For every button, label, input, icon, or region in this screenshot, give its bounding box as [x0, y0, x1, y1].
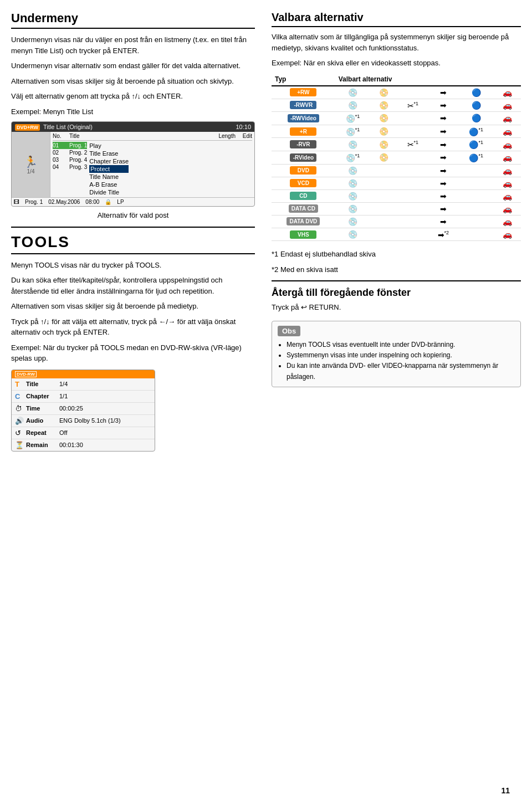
tl-row-4: 04Prog. 3 — [53, 163, 87, 171]
badge-rwvr: -RWVR — [290, 101, 316, 109]
repeat-icon: ↺ — [15, 429, 26, 437]
disc-play12-icon: 💿 — [348, 230, 357, 239]
disc-play9-icon: 💿 — [348, 192, 357, 201]
car12-icon: 🚗 — [503, 230, 512, 239]
menu-item-play[interactable]: Play — [89, 142, 129, 150]
return-section: Återgå till föregående fönster Tryck på … — [272, 287, 521, 313]
menu-item-ab-erase[interactable]: A-B Erase — [89, 181, 129, 188]
title-label: Title — [26, 381, 59, 387]
title-value: 1/4 — [59, 381, 68, 387]
arrow-right11-icon: ➡ — [440, 217, 447, 226]
tools-row-remain: ⏳ Remain 00:01:30 — [12, 439, 155, 451]
title-icon: T — [15, 380, 26, 388]
col-length: Length — [211, 133, 236, 139]
car10-icon: 🚗 — [503, 204, 512, 213]
menu-item-chapter-erase[interactable]: Chapter Erase — [89, 157, 129, 165]
menu-popup: Play Title Erase Chapter Erase Protect T… — [89, 142, 129, 196]
disc-sup1-icon: 💿*1 — [346, 114, 360, 123]
obs-item-2: Systemmenyn visas inte under inspelning … — [287, 350, 515, 361]
tools-title: TOOLS — [11, 233, 255, 254]
footer-lp: LP — [117, 199, 124, 205]
tools-desc: Menyn TOOLS visas när du trycker på TOOL… — [11, 260, 255, 364]
car5-icon: 🚗 — [503, 140, 512, 149]
footer-lp-icon: 🔒 — [105, 199, 111, 205]
footer-date: 02.May.2006 — [48, 199, 80, 205]
badge-cd: CD — [290, 192, 316, 200]
chapter-value: 1/1 — [59, 393, 68, 399]
disc-play7-icon: 💿 — [348, 166, 357, 175]
disc-edit6-icon: 📀 — [379, 153, 388, 162]
badge-vhs: VHS — [290, 230, 316, 239]
scissors-icon: ✂*1 — [407, 101, 419, 110]
tools-row-title: T Title 1/4 — [12, 378, 155, 391]
car6-icon: 🚗 — [503, 153, 512, 162]
car7-icon: 🚗 — [503, 166, 512, 175]
arrow-right9-icon: ➡ — [440, 192, 447, 201]
col-title: Title — [69, 133, 211, 139]
menu-item-protect[interactable]: Protect — [89, 165, 129, 173]
badge-rvideo: -RVideo — [290, 153, 316, 162]
table-row-rw-plus: +RW 💿 📀 ➡ 🔵 🚗 — [272, 86, 521, 99]
tl-body: 🏃 1/4 No. Title Length Edit 01Prog. 1 — [12, 132, 254, 197]
footer-time: 08:00 — [85, 199, 99, 205]
car-icon: 🚗 — [503, 88, 512, 97]
badge-datacd: DATA CD — [289, 204, 318, 213]
obs-item-1: Menyn TOOLS visas eventuellt inte under … — [287, 340, 515, 350]
tools-para4: Tryck på ↑/↓ för att välja ett alternati… — [11, 316, 255, 338]
section-divider — [11, 227, 255, 228]
undermeny-para3: Alternativen som visas skiljer sig åt be… — [11, 76, 255, 87]
disc-sup1c-icon: 💿*1 — [346, 153, 360, 162]
disc-edit-icon: 📀 — [379, 88, 388, 97]
badge-vcd: VCD — [290, 179, 316, 187]
tl-row-3: 03Prog. 4 — [53, 156, 87, 163]
tools-box: DVD-RW T Title 1/4 C Chapter 1/1 ⏱ Tim — [11, 370, 155, 452]
val-table: Typ Valbart alternativ +RW 💿 📀 ➡ 🔵 🚗 — [272, 73, 521, 242]
left-column: Undermeny Undermenyn visas när du väljer… — [11, 11, 255, 452]
audio-label: Audio — [26, 417, 59, 424]
disc-play-icon: 💿 — [348, 88, 357, 97]
undermeny-para1: Undermenyn visas när du väljer en post f… — [11, 34, 255, 56]
remain-value: 00:01:30 — [59, 442, 83, 448]
tl-count: 1/4 — [27, 168, 35, 175]
tools-para2: Du kan söka efter titel/kapitel/spår, ko… — [11, 275, 255, 296]
disc-edit5-icon: 📀 — [379, 140, 388, 149]
menu-item-title-name[interactable]: Title Name — [89, 173, 129, 181]
badge-rw-plus: +RW — [290, 88, 316, 96]
audio-icon: 🔊 — [15, 417, 26, 425]
tl-thumbnail: 🏃 1/4 — [12, 132, 50, 197]
disc-small5-icon: 🔵*1 — [469, 140, 483, 149]
tl-header-left: DVD+RW Title List (Original) — [15, 124, 93, 130]
disc-play2-icon: 💿 — [348, 101, 357, 110]
table-row-rvideo: -RVideo 💿*1 📀 ➡ 🔵*1 🚗 — [272, 151, 521, 165]
disc-small-icon: 🔵 — [472, 88, 481, 97]
tools-row-chapter: C Chapter 1/1 — [12, 391, 155, 403]
table-row-cd: CD 💿 ➡ 🚗 — [272, 189, 521, 202]
table-row-vhs: VHS 💿 ➡*2 🚗 — [272, 228, 521, 241]
undermeny-para4: Välj ett alternativ genom att trycka på … — [11, 91, 255, 102]
page-number: 11 — [501, 786, 510, 795]
time-label: Time — [26, 405, 59, 412]
table-row-dvd: DVD 💿 ➡ 🚗 — [272, 164, 521, 177]
obs-title: Obs — [278, 326, 300, 336]
disc-small6-icon: 🔵*1 — [469, 153, 483, 162]
undermeny-para2: Undermenyn visar alternativ som endast g… — [11, 60, 255, 71]
disc-small3-icon: 🔵 — [472, 114, 481, 122]
badge-datadvd: DATA DVD — [287, 217, 320, 225]
tl-row-1: 01Prog. 1 — [53, 142, 87, 149]
title-list-mockup: DVD+RW Title List (Original) 10:10 🏃 1/4… — [11, 121, 255, 207]
car4-icon: 🚗 — [503, 127, 512, 136]
menu-item-divide-title[interactable]: Divide Title — [89, 188, 129, 196]
tools-section: TOOLS Menyn TOOLS visas när du trycker p… — [11, 233, 255, 452]
table-row-vcd: VCD 💿 ➡ 🚗 — [272, 177, 521, 189]
obs-box: Obs Menyn TOOLS visas eventuellt inte un… — [272, 321, 521, 387]
return-divider — [272, 280, 521, 281]
tl-header-time: 10:10 — [236, 124, 251, 130]
disc-edit3-icon: 📀 — [379, 114, 388, 122]
tl-header: DVD+RW Title List (Original) 10:10 — [12, 122, 254, 132]
menu-item-title-erase[interactable]: Title Erase — [89, 150, 129, 157]
disc-play5-icon: 💿 — [348, 140, 357, 149]
arrow-right7-icon: ➡ — [440, 166, 447, 175]
tl-info: No. Title Length Edit 01Prog. 1 02Prog. … — [50, 132, 254, 197]
badge-rwvideo: -RWVideo — [288, 114, 319, 122]
car9-icon: 🚗 — [503, 192, 512, 201]
